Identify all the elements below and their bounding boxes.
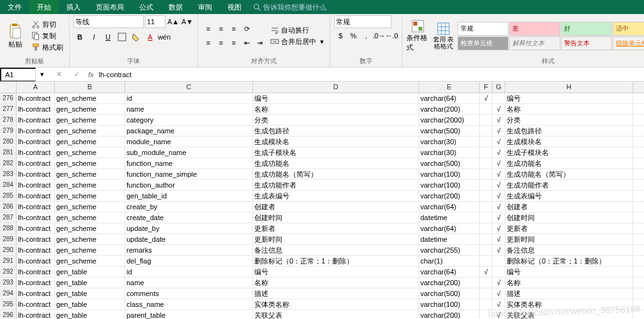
- cell[interactable]: varchar(64): [419, 202, 480, 212]
- cell[interactable]: √: [493, 191, 505, 201]
- cell[interactable]: 分类: [253, 115, 419, 125]
- cell[interactable]: [480, 223, 493, 234]
- border-button[interactable]: [116, 31, 128, 43]
- cell[interactable]: [480, 158, 493, 168]
- cell[interactable]: 生成功能作者: [505, 180, 633, 190]
- cell[interactable]: lh-contract: [17, 169, 55, 179]
- cell[interactable]: 生成功能名: [505, 158, 633, 168]
- cell[interactable]: 生成包路径: [253, 126, 419, 136]
- cell[interactable]: datetime: [419, 234, 480, 244]
- cell[interactable]: 生成子模块名: [505, 147, 633, 158]
- tab-数据[interactable]: 数据: [161, 0, 190, 14]
- row-header[interactable]: 286: [0, 202, 17, 212]
- cell[interactable]: √: [480, 93, 493, 103]
- align-top-icon[interactable]: ≡: [202, 22, 215, 35]
- cell[interactable]: [480, 288, 493, 299]
- cell[interactable]: [480, 234, 493, 244]
- cell[interactable]: gen_table: [55, 288, 125, 299]
- align-left-icon[interactable]: ≡: [202, 36, 215, 49]
- cell[interactable]: 创建时间: [505, 212, 633, 223]
- cell[interactable]: √: [493, 212, 505, 223]
- cell[interactable]: gen_scheme: [55, 245, 125, 255]
- cell[interactable]: 名称: [505, 104, 633, 114]
- format-painter-button[interactable]: 格式刷: [29, 42, 65, 53]
- cell[interactable]: 生成包路径: [505, 126, 633, 136]
- cell[interactable]: lh-contract: [17, 299, 55, 309]
- cell[interactable]: [493, 267, 505, 277]
- cell[interactable]: char(1): [419, 256, 480, 266]
- cell[interactable]: lh-contract: [17, 267, 55, 277]
- cell[interactable]: lh-contract: [17, 278, 55, 288]
- row-header[interactable]: 291: [0, 256, 17, 266]
- tab-插入[interactable]: 插入: [59, 0, 88, 14]
- fill-color-button[interactable]: [130, 31, 142, 43]
- cell[interactable]: 生成模块名: [253, 137, 419, 147]
- cell[interactable]: lh-contract: [17, 104, 55, 114]
- cell[interactable]: gen_scheme: [55, 158, 125, 168]
- row-header[interactable]: 282: [0, 158, 17, 168]
- cell[interactable]: varchar(30): [419, 147, 480, 158]
- cell[interactable]: lh-contract: [17, 115, 55, 125]
- cell[interactable]: [480, 191, 493, 201]
- cell[interactable]: √: [493, 104, 505, 114]
- bold-button[interactable]: B: [73, 31, 86, 43]
- cell[interactable]: √: [493, 245, 505, 255]
- cell[interactable]: lh-contract: [17, 212, 55, 223]
- cell[interactable]: lh-contract: [17, 158, 55, 168]
- font-size-select[interactable]: [145, 15, 165, 28]
- row-header[interactable]: 284: [0, 180, 17, 190]
- col-header-H[interactable]: H: [505, 82, 633, 93]
- cell[interactable]: class_name: [125, 299, 253, 309]
- cell[interactable]: package_name: [125, 126, 253, 136]
- cell[interactable]: varchar(500): [419, 288, 480, 299]
- row-header[interactable]: 295: [0, 299, 17, 309]
- cell[interactable]: id: [125, 93, 253, 103]
- cell[interactable]: gen_table_id: [125, 191, 253, 201]
- tab-视图[interactable]: 视图: [220, 0, 249, 14]
- cell[interactable]: 名称: [253, 278, 419, 288]
- cell[interactable]: 生成功能作者: [253, 180, 419, 190]
- cell[interactable]: [480, 278, 493, 288]
- cell[interactable]: 编号: [505, 93, 633, 103]
- row-header[interactable]: 290: [0, 245, 17, 255]
- cell[interactable]: gen_scheme: [55, 115, 125, 125]
- increase-decimal-icon[interactable]: .0→: [372, 29, 385, 42]
- cell[interactable]: 编号: [253, 267, 419, 277]
- decrease-decimal-icon[interactable]: ←.0: [385, 29, 398, 42]
- merge-center-button[interactable]: 合并后居中 ▾: [268, 36, 326, 47]
- cell[interactable]: function_name_simple: [125, 169, 253, 179]
- row-header[interactable]: 279: [0, 126, 17, 136]
- row-header[interactable]: 276: [0, 93, 17, 103]
- row-header[interactable]: 280: [0, 137, 17, 147]
- col-header-D[interactable]: D: [253, 82, 419, 93]
- col-header-F[interactable]: F: [480, 82, 493, 93]
- cell[interactable]: category: [125, 115, 253, 125]
- cell[interactable]: function_author: [125, 180, 253, 190]
- cell[interactable]: gen_scheme: [55, 126, 125, 136]
- cell[interactable]: gen_table: [55, 310, 125, 319]
- cell[interactable]: parent_table: [125, 310, 253, 319]
- percent-icon[interactable]: %: [347, 29, 360, 42]
- cell[interactable]: lh-contract: [17, 180, 55, 190]
- col-header-E[interactable]: E: [419, 82, 480, 93]
- align-right-icon[interactable]: ≡: [227, 36, 240, 49]
- cell[interactable]: sub_module_name: [125, 147, 253, 158]
- cell[interactable]: [493, 256, 505, 266]
- row-header[interactable]: 278: [0, 115, 17, 125]
- cell[interactable]: name: [125, 278, 253, 288]
- col-header-G[interactable]: G: [493, 82, 505, 93]
- wrap-text-button[interactable]: 自动换行: [268, 25, 326, 36]
- cell[interactable]: datetime: [419, 212, 480, 223]
- cell[interactable]: √: [493, 288, 505, 299]
- cell[interactable]: gen_scheme: [55, 202, 125, 212]
- cell[interactable]: module_name: [125, 137, 253, 147]
- paste-button[interactable]: 粘贴: [4, 18, 27, 54]
- cell[interactable]: √: [493, 180, 505, 190]
- cell[interactable]: √: [493, 115, 505, 125]
- align-center-icon[interactable]: ≡: [215, 36, 227, 49]
- cell[interactable]: update_by: [125, 223, 253, 234]
- cell[interactable]: 更新者: [253, 223, 419, 234]
- row-header[interactable]: 283: [0, 169, 17, 179]
- cell[interactable]: del_flag: [125, 256, 253, 266]
- cell[interactable]: [480, 104, 493, 114]
